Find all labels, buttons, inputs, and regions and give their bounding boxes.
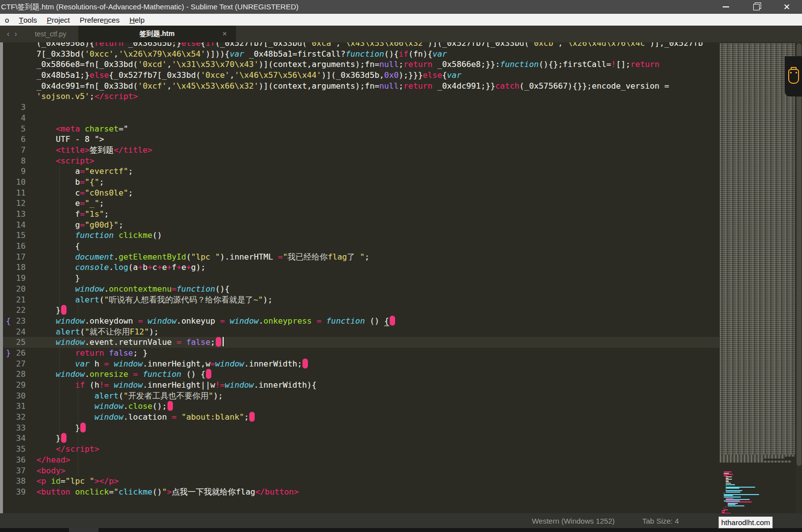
line-number: 5 (3, 124, 36, 134)
code-line-3: 3 (3, 102, 719, 113)
fullwidth-space-marker (61, 433, 67, 443)
minimap-line (724, 471, 732, 472)
line-number: 36 (3, 455, 36, 466)
fullwidth-space-marker (390, 316, 395, 326)
minimap-line (726, 488, 739, 489)
code-line-27: 27 var h = window.innerHeight,w=window.i… (3, 359, 719, 369)
close-button[interactable]: ✕ (771, 0, 802, 14)
title-bar: CTF\签到题.htm (Resolutions-of-Advanced-Mat… (0, 0, 802, 14)
tab-scroll-left-icon[interactable]: ‹ (7, 30, 9, 38)
code-text: function clickme() (36, 230, 719, 241)
line-number: 9 (3, 166, 36, 177)
code-line-8: 8 <script> (3, 156, 719, 166)
restore-button[interactable] (741, 0, 771, 14)
code-text: } (36, 305, 719, 316)
fullwidth-space-marker (80, 423, 86, 432)
menu-bar: oToolsProjectPreferencesHelp (0, 14, 802, 26)
line-number: 39 (3, 487, 36, 498)
code-line-23: 23{ window.onkeydown = window.onkeyup = … (3, 316, 719, 327)
code-line-19: 19 } (3, 273, 719, 284)
line-number: 34 (3, 433, 36, 444)
code-text: alert("听说有人想看我的源代码？给你看就是了~"); (36, 295, 719, 305)
tab-size-status[interactable]: Tab Size: 4 (642, 517, 679, 525)
line-number: 27 (3, 359, 36, 369)
tabs-container: test_ctf.py签到题.htm× (23, 26, 236, 42)
line-number: 29 (3, 380, 36, 391)
code-line-18: 18 console.log(a+b+c+e+f+e+g); (3, 262, 719, 273)
line-number: 10 (3, 177, 36, 188)
tab-test_ctf.py[interactable]: test_ctf.py (23, 26, 78, 42)
line-number: 33 (3, 423, 36, 433)
code-text: (_0x4e9568){return _0x363d5b;}else{if(_0… (36, 42, 719, 49)
minimize-icon (723, 6, 729, 7)
code-text: c="c0ns0le"; (36, 188, 719, 199)
line-number: 4 (3, 113, 36, 124)
line-number: 23{ (3, 316, 36, 327)
fullwidth-space-marker (216, 337, 221, 347)
gutter-brace: { (6, 316, 11, 327)
menu-item-help[interactable]: Help (125, 14, 150, 26)
line-number: 13 (3, 209, 36, 220)
line-number: 28 (3, 369, 36, 380)
line-number: 30 (3, 391, 36, 401)
minimize-button[interactable] (710, 0, 741, 14)
scrollbar-thumb[interactable] (797, 43, 802, 466)
overlay-icon-panel (785, 56, 802, 97)
code-line-5: 5 <meta charset=" (3, 124, 719, 134)
code-text: var h = window.innerHeight,w=window.inne… (36, 359, 719, 369)
line-number: 12 (3, 198, 36, 209)
code-text: window.onkeydown = window.onkeyup = wind… (36, 316, 719, 327)
code-line-wrap: (_0x4e9568){return _0x363d5b;}else{if(_0… (3, 42, 719, 49)
code-line-26: 26} return false; } (3, 348, 719, 359)
encoding-status[interactable]: Western (Windows 1252) (532, 517, 615, 525)
line-number: 26} (3, 348, 36, 359)
minimap[interactable] (720, 42, 795, 513)
tab-签到题.htm[interactable]: 签到题.htm× (78, 26, 236, 42)
tab-scroll-right-icon[interactable]: › (14, 30, 17, 38)
code-line-22: 22 } (3, 305, 719, 316)
vertical-scrollbar[interactable] (796, 42, 802, 513)
line-number: 25 (3, 337, 36, 348)
status-right-group: Western (Windows 1252) Tab Size: 4 (532, 513, 679, 528)
taskbar-segment (69, 528, 99, 532)
code-text: document.getElementById("lpc ").innerHTM… (36, 252, 719, 263)
line-number: 11 (3, 188, 36, 199)
indent-guide (78, 208, 78, 476)
taskbar-strip (0, 528, 802, 532)
code-line-34: 34 } (3, 433, 719, 444)
code-line-wrap: 7[_0x33bd('0xcc','\x26\x79\x46\x54')])){… (3, 49, 719, 60)
menu-item-project[interactable]: Project (42, 14, 75, 26)
menu-item-tools[interactable]: Tools (14, 14, 42, 26)
code-line-9: 9 a="everctf"; (3, 166, 719, 177)
code-line-4: 4 (3, 113, 719, 124)
line-number (3, 59, 36, 70)
code-text: if (h!= window.innerHeight||w!=window.in… (36, 380, 719, 391)
code-text: console.log(a+b+c+e+f+e+g); (36, 262, 719, 273)
minimap-line (726, 499, 750, 500)
tab-scroll-arrows: ‹ › (0, 26, 23, 42)
code-text: </head> (36, 455, 719, 466)
fullwidth-space-marker (302, 359, 308, 368)
watermark-label: htharodlht.com (718, 516, 773, 529)
tab-label: test_ctf.py (35, 30, 67, 38)
line-number (3, 49, 36, 60)
menu-item-o[interactable]: o (0, 14, 14, 26)
line-number (3, 91, 36, 102)
code-text: <meta charset=" (36, 124, 719, 134)
code-text: } (36, 273, 719, 284)
line-number: 37 (3, 466, 36, 476)
code-line-31: 31 window.close(); (3, 401, 719, 412)
fullwidth-space-marker (249, 412, 255, 422)
code-text: alert("就不让你用F12"); (36, 327, 719, 337)
menu-item-preferences[interactable]: Preferences (75, 14, 125, 26)
gutter-brace: } (6, 348, 11, 359)
code-line-14: 14 g="g00d}"; (3, 220, 719, 231)
editor-area[interactable]: (_0x4e9568){return _0x363d5b;}else{if(_0… (0, 42, 802, 513)
line-number: 3 (3, 102, 36, 113)
code-line-24: 24 alert("就不让你用F12"); (3, 327, 719, 337)
line-number: 32 (3, 412, 36, 423)
line-number: 20 (3, 284, 36, 295)
window-controls: ✕ (710, 0, 802, 14)
tab-close-icon[interactable]: × (222, 30, 227, 38)
line-number (3, 42, 36, 49)
